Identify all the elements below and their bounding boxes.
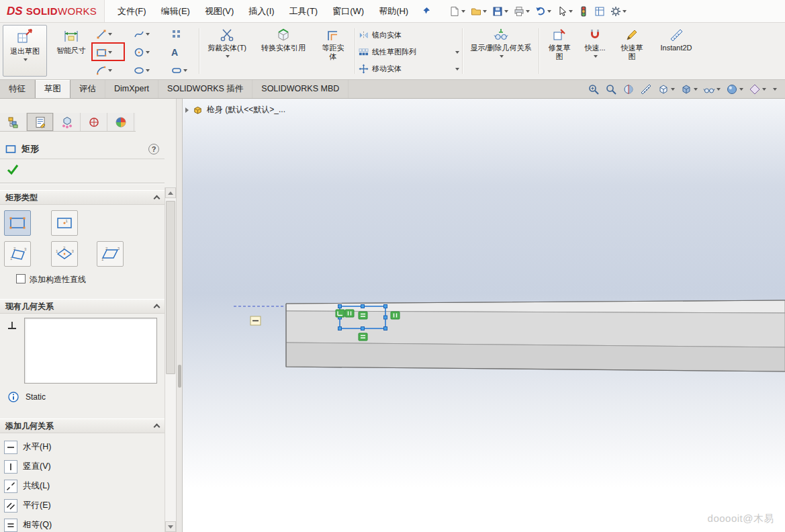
collapse-chevron-icon[interactable]	[154, 195, 160, 202]
relation-collinear-button[interactable]: 共线(L)	[0, 476, 161, 496]
splitter-grip[interactable]	[178, 365, 181, 388]
display-manager-tab[interactable]	[107, 113, 134, 131]
model-canvas[interactable]	[183, 99, 785, 532]
display-delete-relations-button[interactable]: 显示/删除几何关系	[466, 28, 536, 58]
line-tool-button[interactable]	[94, 26, 114, 43]
graphics-viewport[interactable]: 枪身 (默认<<默认>_...	[183, 99, 785, 532]
section-header-add-relations[interactable]: 添加几何关系	[0, 418, 165, 433]
traffic-light-icon[interactable]	[576, 4, 591, 19]
configuration-manager-tab[interactable]	[54, 113, 81, 131]
menu-view[interactable]: 视图(V)	[197, 0, 241, 22]
collapse-chevron-icon[interactable]	[154, 304, 160, 311]
tab-features[interactable]: 特征	[0, 80, 35, 98]
linear-sketch-pattern-button[interactable]: 线性草图阵列	[359, 44, 459, 60]
view-orientation-icon[interactable]	[655, 82, 677, 97]
tab-sketch[interactable]: 草图	[35, 80, 71, 98]
equal-badge[interactable]	[359, 312, 367, 319]
display-style-icon[interactable]	[678, 82, 700, 97]
collapse-chevron-icon[interactable]	[154, 424, 160, 431]
dimxpert-manager-tab[interactable]	[81, 113, 107, 131]
zoom-area-icon[interactable]	[586, 82, 602, 97]
section-view-icon[interactable]	[620, 82, 637, 97]
hide-show-items-icon[interactable]	[701, 82, 723, 97]
relation-vertical-button[interactable]: 竖直(V)	[0, 457, 161, 476]
quick-snaps-button[interactable]: 快速...	[579, 28, 611, 58]
menu-edit[interactable]: 编辑(E)	[154, 0, 197, 22]
edit-appearance-icon[interactable]	[724, 82, 745, 97]
convert-entities-button[interactable]: 转换实体引用	[254, 28, 313, 52]
exit-sketch-caret-icon[interactable]	[24, 58, 28, 61]
rectangle-type-center-button[interactable]: 1	[51, 210, 78, 236]
display-relations-caret-icon[interactable]	[500, 55, 504, 58]
ellipse-tool-button[interactable]	[132, 62, 152, 79]
tab-addins[interactable]: SOLIDWORKS 插件	[158, 80, 252, 98]
instant2d-button[interactable]: Instant2D	[653, 28, 700, 52]
horizontal-relation-badge[interactable]	[250, 316, 261, 325]
scrollbar-up-arrow[interactable]	[165, 187, 176, 198]
zoom-fit-icon[interactable]	[603, 82, 619, 97]
undo-icon[interactable]	[533, 4, 553, 19]
save-icon[interactable]	[490, 4, 510, 19]
rectangle-type-corner-button[interactable]	[4, 210, 31, 236]
smart-dimension-button[interactable]: 智能尺寸	[51, 28, 91, 55]
tab-dimxpert[interactable]: DimXpert	[105, 80, 158, 98]
menu-tools[interactable]: 工具(T)	[282, 0, 326, 22]
rapid-sketch-button[interactable]: 快速草 图	[614, 28, 650, 61]
panel-splitter[interactable]	[176, 99, 183, 532]
open-folder-icon[interactable]	[469, 4, 489, 19]
rectangle-type-parallelogram-button[interactable]: 123	[97, 241, 124, 267]
repair-sketch-button[interactable]: 修复草 图	[541, 28, 578, 61]
quick-snaps-label: 快速...	[584, 44, 605, 52]
move-entities-button[interactable]: 移动实体	[359, 60, 459, 77]
pin-menu-icon[interactable]	[421, 7, 430, 16]
relation-equal-button[interactable]: 相等(Q)	[0, 515, 161, 532]
scrollbar-thumb[interactable]	[166, 201, 175, 374]
feature-manager-tab[interactable]	[0, 113, 27, 131]
relation-parallel-button[interactable]: 平行(E)	[0, 496, 161, 515]
menu-window[interactable]: 窗口(W)	[325, 0, 371, 22]
parallel-badge[interactable]	[345, 310, 354, 317]
print-icon[interactable]	[512, 4, 532, 19]
measure-ruler-icon[interactable]	[638, 82, 654, 97]
rectangle-type-3point-corner-button[interactable]: 123	[4, 241, 31, 267]
parallel-badge[interactable]	[391, 312, 400, 319]
property-manager-tab[interactable]	[27, 113, 54, 131]
options-gear-icon[interactable]	[608, 4, 629, 19]
tab-evaluate[interactable]: 评估	[71, 80, 105, 98]
add-construction-lines-checkbox[interactable]	[16, 274, 26, 283]
tab-mbd[interactable]: SOLIDWORKS MBD	[252, 80, 349, 98]
linear-pattern-caret-icon[interactable]	[455, 51, 459, 54]
confirm-check-icon[interactable]	[7, 163, 19, 175]
menu-insert[interactable]: 插入(I)	[241, 0, 281, 22]
menu-help[interactable]: 帮助(H)	[371, 0, 416, 22]
move-entities-caret-icon[interactable]	[455, 68, 459, 71]
select-cursor-icon[interactable]	[555, 4, 575, 19]
slot-tool-button[interactable]	[169, 62, 189, 79]
quick-snaps-caret-icon[interactable]	[594, 55, 598, 58]
existing-relations-listbox[interactable]	[24, 318, 157, 384]
offset-entities-button[interactable]: 等距实 体	[316, 28, 351, 61]
section-header-existing-relations[interactable]: 现有几何关系	[0, 299, 165, 314]
menu-file[interactable]: 文件(F)	[110, 0, 154, 22]
arc-tool-button[interactable]	[94, 62, 114, 79]
relation-horizontal-button[interactable]: 水平(H)	[0, 437, 161, 457]
rectangle-type-3point-center-button[interactable]: 123	[51, 241, 78, 267]
exit-sketch-button[interactable]: 退出草图	[3, 25, 47, 77]
panel-scrollbar[interactable]	[165, 187, 176, 532]
sketch-pattern-button[interactable]	[169, 26, 184, 43]
trim-entities-button[interactable]: 剪裁实体(T)	[203, 28, 251, 58]
spline-tool-button[interactable]	[132, 26, 152, 43]
circle-tool-button[interactable]	[132, 44, 152, 61]
equal-badge[interactable]	[359, 333, 367, 341]
coincident-badge[interactable]	[336, 310, 344, 317]
evaluate-sheet-icon[interactable]	[592, 4, 607, 19]
new-document-icon[interactable]	[447, 4, 467, 19]
text-tool-button[interactable]: A	[169, 44, 180, 61]
trim-entities-caret-icon[interactable]	[226, 55, 230, 58]
section-header-rectangle-type[interactable]: 矩形类型	[0, 190, 165, 205]
view-settings-icon[interactable]	[747, 82, 768, 97]
scrollbar-down-arrow[interactable]	[165, 521, 176, 532]
mirror-entities-button[interactable]: 镜向实体	[359, 27, 459, 44]
help-icon[interactable]: ?	[148, 144, 159, 154]
toolbar-overflow-caret-icon[interactable]	[770, 87, 779, 92]
